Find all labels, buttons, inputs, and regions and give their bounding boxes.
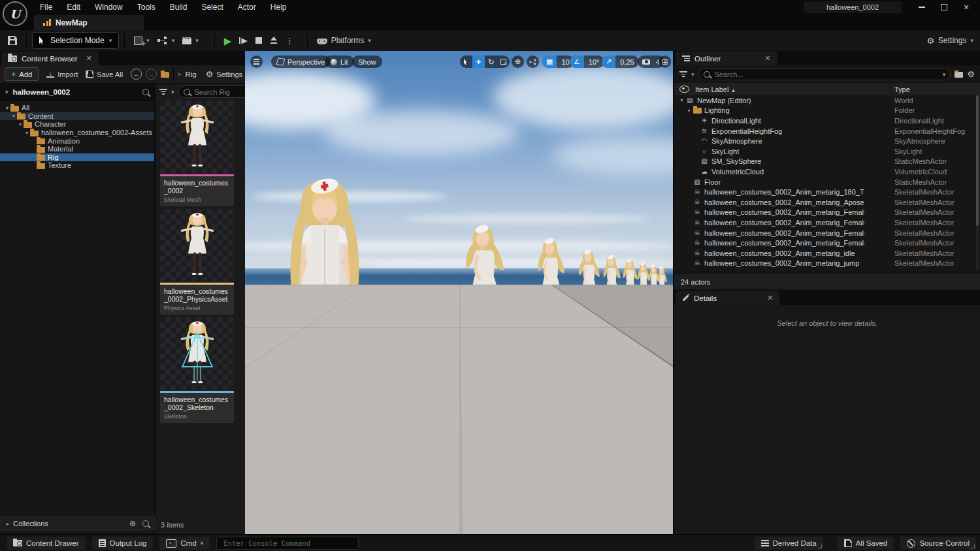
outliner-scrollbar[interactable] — [976, 95, 979, 271]
scale-snap-value[interactable]: 0,25 — [615, 58, 638, 66]
menu-file[interactable]: File — [33, 1, 59, 14]
scale-snap-control[interactable]: ↗ 0,25 — [602, 55, 639, 68]
tree-item-rig[interactable]: Rig — [0, 153, 154, 162]
outliner-tab[interactable]: Outliner ✕ — [676, 52, 777, 65]
select-tool-button[interactable] — [460, 55, 472, 68]
tree-item-animation[interactable]: Animation — [0, 136, 154, 145]
frame-skip-button[interactable]: ▶ — [235, 33, 251, 48]
outliner-column-header[interactable]: Item Label ▲ Type — [674, 83, 980, 96]
blueprints-dropdown[interactable]: ▾ — [154, 33, 179, 48]
folder-path-button[interactable] — [161, 71, 169, 78]
nurse-character-main[interactable] — [272, 172, 377, 459]
collections-bar[interactable]: ▸ Collections ⊕ — [0, 516, 155, 531]
source-control-button[interactable]: Source Control — [900, 537, 976, 550]
close-icon[interactable]: ✕ — [767, 294, 773, 302]
nurse-character[interactable] — [456, 223, 516, 386]
eject-button[interactable] — [266, 33, 282, 48]
search-icon[interactable] — [142, 520, 149, 527]
menu-build[interactable]: Build — [163, 1, 195, 14]
expand-arrow-icon[interactable]: ▾ — [685, 108, 693, 114]
outliner-row-anim-jump[interactable]: ☠halloween_costumes_0002_Anim_metarig_ju… — [674, 259, 980, 269]
import-button[interactable]: ↓ Import — [46, 71, 78, 78]
cinematics-dropdown[interactable]: ▾ — [178, 33, 203, 48]
expand-arrow-icon[interactable]: ▾ — [24, 130, 30, 136]
nurse-character[interactable] — [655, 266, 670, 323]
gear-icon[interactable]: ⚙ — [967, 70, 975, 78]
menu-actor[interactable]: Actor — [231, 1, 263, 14]
expand-arrow-icon[interactable]: ▾ — [678, 97, 685, 103]
tree-item-character[interactable]: ▾Character — [0, 120, 154, 129]
new-folder-icon[interactable] — [955, 72, 963, 78]
scale-tool-button[interactable] — [497, 55, 510, 68]
expand-arrow-icon[interactable]: ▾ — [4, 105, 10, 111]
toolbar-settings-dropdown[interactable]: ⚙ Settings ▾ — [926, 30, 973, 51]
outliner-row-directionallight[interactable]: ☀DirectionalLightDirectionalLight — [674, 116, 980, 126]
menu-window[interactable]: Window — [88, 1, 130, 14]
search-icon[interactable] — [142, 89, 149, 95]
output-log-button[interactable]: Output Log — [92, 537, 154, 550]
outliner-row-newmap[interactable]: ▾▤NewMap (Editor)World — [674, 95, 980, 106]
asset-card-skeleton[interactable]: halloween_costumes_0002_Skeleton Skeleto… — [160, 317, 234, 423]
content-browser-settings-button[interactable]: ⚙ Settings — [206, 70, 242, 78]
menu-help[interactable]: Help — [263, 1, 294, 14]
breadcrumb[interactable]: Rig — [185, 71, 196, 78]
outliner-row-anim-standing[interactable]: ☠halloween_costumes_0002_Anim_metarig_Fe… — [674, 208, 980, 218]
selection-mode-dropdown[interactable]: Selection Mode ▾ — [32, 32, 119, 49]
move-tool-button[interactable]: + — [472, 55, 485, 68]
back-button[interactable]: ← — [131, 69, 142, 80]
lit-dropdown[interactable]: Lit — [325, 55, 354, 68]
unreal-engine-logo-icon[interactable]: U — [3, 1, 27, 26]
menu-edit[interactable]: Edit — [59, 1, 88, 14]
outliner-row-floor[interactable]: ▧FloorStaticMeshActor — [674, 177, 980, 187]
tree-item-material[interactable]: Material — [0, 145, 154, 153]
close-icon[interactable]: ✕ — [764, 54, 770, 63]
maximize-viewport-button[interactable]: ⊞ — [659, 55, 671, 68]
outliner-row-anim-idle[interactable]: ☠halloween_costumes_0002_Anim_metarig_id… — [674, 248, 980, 259]
restore-button[interactable] — [933, 0, 955, 14]
rotation-snap-control[interactable]: ∠ 10° — [570, 55, 604, 68]
play-button[interactable]: ▶ — [220, 33, 236, 48]
close-button[interactable]: × — [955, 0, 977, 14]
minimize-button[interactable] — [911, 0, 933, 14]
filter-icon[interactable] — [679, 71, 687, 77]
outliner-row-skysphere[interactable]: ▧SM_SkySphereStaticMeshActor — [674, 157, 980, 167]
outliner-row-anim-apose[interactable]: ☠halloween_costumes_0002_Anim_metarig_Ap… — [674, 197, 980, 208]
close-icon[interactable]: ✕ — [86, 54, 92, 63]
cmd-dropdown[interactable]: >_ Cmd ▾ — [159, 537, 210, 550]
content-browser-tab[interactable]: Content Browser ✕ — [1, 52, 99, 65]
outliner-row-anim-180turn[interactable]: ☠halloween_costumes_0002_Anim_metarig_18… — [674, 187, 980, 197]
expand-arrow-icon[interactable]: ▾ — [17, 121, 24, 127]
asset-card-physics-asset[interactable]: halloween_costumes_0002_PhysicsAsset Phy… — [160, 209, 234, 315]
path-dropdown[interactable]: ▾ halloween_0002 — [0, 84, 154, 101]
outliner-row-anim-startwalk[interactable]: ☠halloween_costumes_0002_Anim_metarig_Fe… — [674, 217, 980, 228]
surface-snapping-button[interactable] — [527, 55, 539, 68]
forward-button[interactable]: → — [146, 69, 157, 80]
console-command-input[interactable] — [222, 539, 353, 548]
platforms-dropdown[interactable]: Platforms ▾ — [313, 33, 375, 48]
menu-select[interactable]: Select — [194, 1, 230, 14]
outliner-row-skylight[interactable]: ☼SkyLightSkyLight — [674, 146, 980, 157]
rotation-snap-value[interactable]: 10° — [584, 58, 604, 66]
content-drawer-button[interactable]: Content Drawer — [7, 537, 86, 550]
details-tab[interactable]: Details ✕ — [676, 291, 779, 305]
outliner-row-anim-walk[interactable]: ☠halloween_costumes_0002_Anim_metarig_Fe… — [674, 238, 980, 248]
console-command-box[interactable] — [216, 537, 359, 550]
visibility-eye-icon[interactable] — [679, 86, 689, 93]
tree-item-all[interactable]: ▾All — [0, 104, 154, 112]
tree-item-content[interactable]: ▾Content — [0, 112, 154, 121]
filter-icon[interactable] — [159, 89, 167, 95]
viewport[interactable]: Perspective Lit Show + ↻ ⊕ ▦ 10 — [245, 51, 673, 534]
perspective-dropdown[interactable]: Perspective — [271, 55, 331, 68]
outliner-row-lighting[interactable]: ▾LightingFolder — [674, 106, 980, 116]
save-button[interactable] — [4, 33, 21, 48]
viewport-options-button[interactable] — [250, 55, 263, 68]
item-label-column[interactable]: Item Label — [695, 86, 728, 93]
rotate-tool-button[interactable]: ↻ — [485, 55, 497, 68]
play-options-button[interactable]: ⋮ — [282, 33, 298, 48]
tree-item-texture[interactable]: Texture — [0, 161, 154, 170]
show-dropdown[interactable]: Show — [352, 55, 382, 68]
world-space-toggle[interactable]: ⊕ — [512, 55, 524, 68]
add-actor-dropdown[interactable]: ▾ — [130, 33, 154, 48]
expand-arrow-icon[interactable]: ▾ — [10, 113, 17, 119]
add-collection-icon[interactable]: ⊕ — [129, 519, 136, 528]
